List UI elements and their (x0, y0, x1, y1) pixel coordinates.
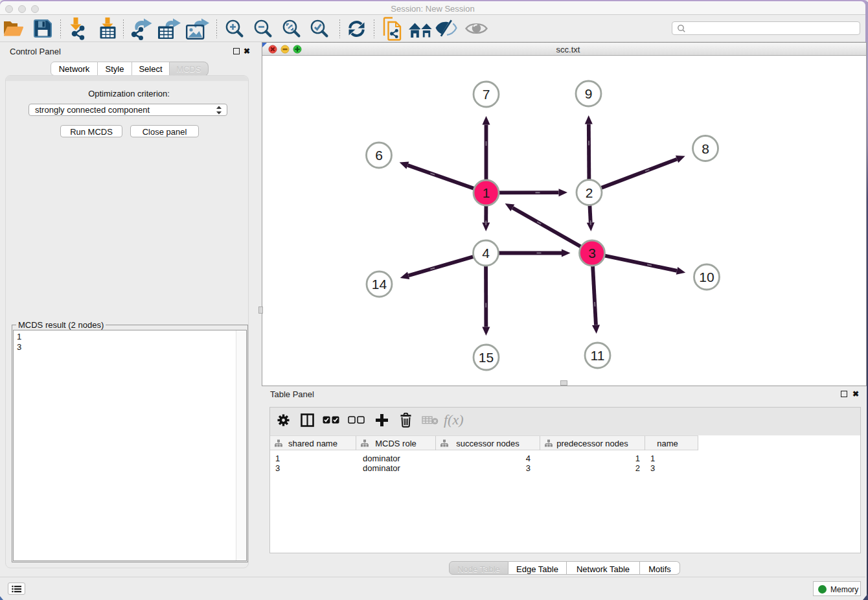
svg-text:2: 2 (586, 185, 593, 200)
svg-text:8: 8 (702, 141, 709, 156)
svg-text:7: 7 (483, 87, 490, 102)
svg-text:3: 3 (588, 246, 596, 260)
svg-text:4: 4 (482, 246, 490, 260)
svg-text:15: 15 (479, 350, 494, 365)
svg-text:9: 9 (585, 86, 593, 101)
svg-text:14: 14 (372, 277, 387, 292)
svg-text:10: 10 (699, 270, 714, 284)
svg-text:6: 6 (375, 148, 383, 163)
svg-text:1: 1 (483, 185, 490, 200)
svg-text:11: 11 (591, 348, 605, 363)
